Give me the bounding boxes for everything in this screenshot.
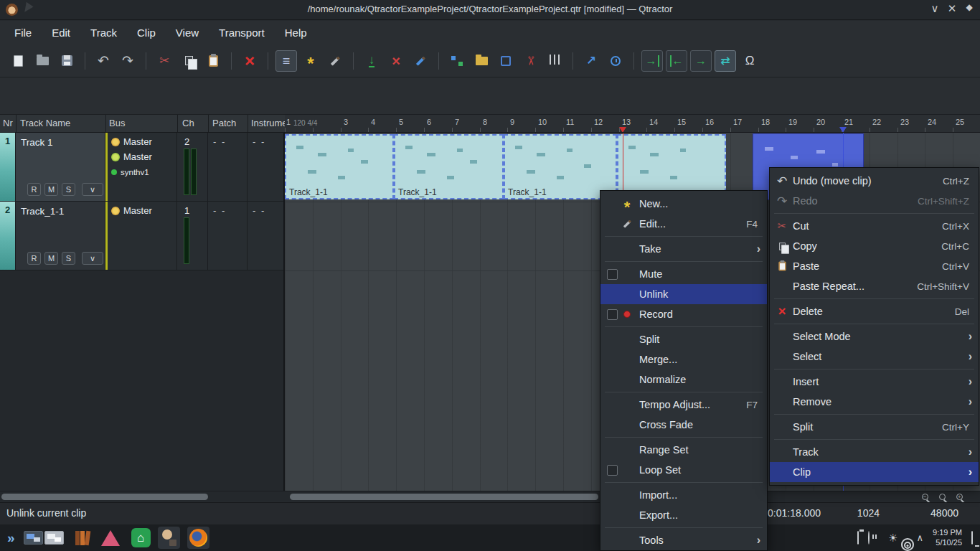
menu-item-redo[interactable]: ↷RedoCtrl+Shift+Z	[770, 191, 979, 211]
menu-item-select[interactable]: Select›	[770, 347, 979, 367]
track-list-hscrollbar[interactable]	[1, 494, 208, 500]
redo-button[interactable]: ↷	[117, 50, 138, 72]
beat-bars-button[interactable]	[544, 50, 565, 72]
track-edit-button[interactable]	[410, 50, 431, 72]
desktop-tile[interactable]	[44, 531, 64, 545]
menu-transport[interactable]: Transport	[209, 23, 275, 42]
display-tray-icon[interactable]	[971, 532, 973, 544]
save-button[interactable]	[56, 50, 77, 72]
delete-button[interactable]: ×	[239, 50, 260, 72]
menu-clip[interactable]: Clip	[127, 23, 166, 42]
menu-file[interactable]: File	[4, 23, 42, 42]
mute-toggle[interactable]: M	[44, 183, 58, 196]
plasma-app-icon[interactable]	[101, 530, 120, 546]
menu-item-track[interactable]: Track›	[770, 442, 979, 462]
record-toggle[interactable]: R	[27, 183, 41, 196]
minimize-button[interactable]: ∨	[927, 2, 943, 15]
menu-item-loop-set[interactable]: Loop Set	[600, 460, 767, 480]
menu-item-select-mode[interactable]: Select Mode›	[770, 326, 979, 347]
timeline-ruler[interactable]: 1 120 4/4 3 4 5 6 7 8 9 10 11 12 13 14 1…	[285, 115, 980, 133]
menu-edit[interactable]: Edit	[42, 23, 80, 42]
close-button[interactable]: ✕	[944, 2, 960, 15]
col-instrument[interactable]: Instrument	[251, 118, 285, 128]
maximize-button[interactable]: ◆	[961, 2, 977, 12]
col-bus[interactable]: Bus	[109, 118, 125, 128]
menu-item-cross-fade[interactable]: Cross Fade	[600, 415, 767, 435]
menu-item-tools[interactable]: Tools›	[600, 530, 767, 550]
track-options-dropdown[interactable]: ∨	[82, 183, 103, 196]
tempo-map-button[interactable]	[605, 50, 626, 72]
track-row[interactable]: 1 Track 1 R M S ∨ Master Master synthv1 …	[0, 133, 283, 202]
zoom-in-button[interactable]: +	[951, 492, 967, 501]
library-app-icon[interactable]	[75, 531, 90, 545]
new-button[interactable]	[7, 50, 29, 72]
menu-item-record[interactable]: Record	[600, 304, 767, 324]
paste-button[interactable]	[202, 50, 224, 72]
menu-item-copy[interactable]: CopyCtrl+C	[770, 236, 979, 256]
panel-expander-icon[interactable]: »	[7, 530, 15, 546]
track-options-dropdown[interactable]: ∨	[82, 252, 103, 265]
audio-app-icon[interactable]	[158, 527, 180, 549]
bus-cell[interactable]: Master Master synthv1	[105, 133, 177, 201]
media-player-tray-icon[interactable]	[868, 532, 870, 544]
track-remove-button[interactable]: ×	[385, 50, 407, 72]
menu-item-split[interactable]: Split	[600, 329, 767, 349]
menu-track[interactable]: Track	[80, 23, 127, 42]
connections-button[interactable]	[446, 50, 468, 72]
col-track-name[interactable]: Track Name	[20, 118, 70, 128]
zoom-reset-button[interactable]	[934, 492, 950, 501]
clip-edit-button[interactable]	[324, 50, 346, 72]
mute-toggle[interactable]: M	[44, 252, 58, 265]
pin-icon[interactable]	[21, 2, 33, 15]
track-name-cell[interactable]: Track_1-1 R M S ∨	[16, 202, 105, 270]
firefox-icon[interactable]	[187, 527, 209, 549]
timeline-hscrollbar[interactable]	[290, 494, 598, 500]
edit-marker[interactable]	[839, 127, 847, 133]
menu-item-split[interactable]: SplitCtrl+Y	[770, 417, 979, 437]
punch-in-button[interactable]: →	[641, 50, 663, 72]
col-patch[interactable]: Patch	[212, 118, 236, 128]
midi-clip[interactable]: Track_1-1	[394, 134, 504, 199]
track-number[interactable]: 2	[0, 202, 16, 270]
marker-button[interactable]: ↗	[580, 50, 602, 72]
menu-item-normalize[interactable]: Normalize	[600, 369, 767, 390]
menu-item-unlink[interactable]: Unlink	[600, 284, 767, 304]
menu-item-remove[interactable]: Remove›	[770, 392, 979, 412]
track-name-cell[interactable]: Track 1 R M S ∨	[16, 133, 105, 201]
punch-set-button[interactable]: ←	[666, 50, 687, 72]
titlebar[interactable]: /home/rounak/QtractorExampleProject/Qtra…	[0, 0, 980, 20]
playhead-marker[interactable]	[619, 127, 626, 133]
brightness-tray-icon[interactable]: ☀	[888, 532, 897, 545]
solo-toggle[interactable]: S	[62, 252, 75, 265]
menu-item-paste[interactable]: PasteCtrl+V	[770, 256, 979, 276]
col-nr[interactable]: Nr	[3, 118, 13, 128]
menu-item-paste-repeat[interactable]: Paste Repeat...Ctrl+Shift+V	[770, 276, 979, 296]
col-ch[interactable]: Ch	[182, 118, 194, 128]
track-import-button[interactable]: ↓	[361, 50, 382, 72]
clip-new-button[interactable]: *	[300, 50, 321, 72]
track-number[interactable]: 1	[0, 133, 16, 201]
menu-view[interactable]: View	[166, 23, 209, 42]
menu-item-export[interactable]: Export...	[600, 505, 767, 525]
loop-toggle-button[interactable]: ⇄	[715, 50, 736, 72]
copy-button[interactable]	[178, 50, 199, 72]
punch-out-button[interactable]: →	[690, 50, 712, 72]
bus-cell[interactable]: Master	[105, 202, 177, 270]
undo-button[interactable]: ↶	[93, 50, 114, 72]
tray-expander-icon[interactable]: ∧	[917, 532, 924, 543]
menu-item-take[interactable]: Take›	[600, 239, 767, 259]
menu-item-cut[interactable]: ✂CutCtrl+X	[770, 216, 979, 236]
open-button[interactable]	[32, 50, 53, 72]
menu-item-merge[interactable]: Merge...	[600, 349, 767, 369]
menu-item-delete[interactable]: ×DeleteDel	[770, 301, 979, 321]
menu-item-tempo-adjust[interactable]: Tempo Adjust...F7	[600, 395, 767, 415]
mixer-button[interactable]	[495, 50, 517, 72]
home-app-icon[interactable]: ⌂	[131, 528, 151, 547]
menu-help[interactable]: Help	[275, 23, 317, 42]
clock[interactable]: 9:19 PM 5/10/25	[933, 528, 962, 548]
virtual-desktop-pager[interactable]	[24, 531, 64, 545]
track-row[interactable]: 2 Track_1-1 R M S ∨ Master 1 - - - -	[0, 202, 283, 270]
menu-item-edit[interactable]: Edit...F4	[600, 214, 767, 234]
menu-item-insert[interactable]: Insert›	[770, 372, 979, 392]
cut-button[interactable]: ✂	[154, 50, 175, 72]
